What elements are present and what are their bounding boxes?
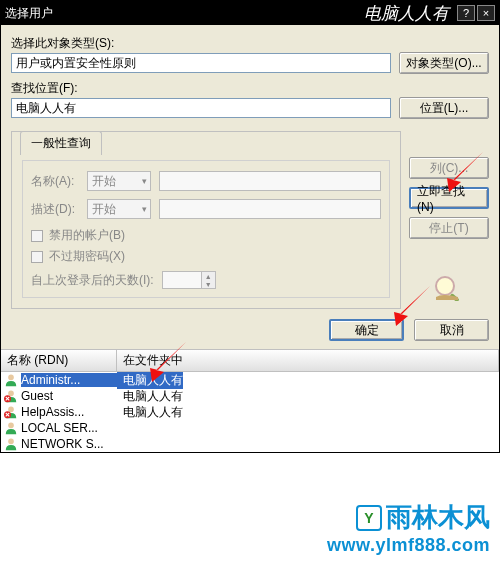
watermark-brand: 雨林木风 (386, 500, 490, 535)
column-name[interactable]: 名称 (RDN) (1, 350, 117, 371)
days-spinner-input[interactable] (162, 271, 202, 289)
checkbox-icon (31, 251, 43, 263)
tab-general-query[interactable]: 一般性查询 (20, 131, 102, 155)
user-icon (3, 373, 19, 387)
disabled-accounts-checkbox[interactable]: 禁用的帐户(B) (31, 227, 381, 244)
object-type-label: 选择此对象类型(S): (11, 35, 489, 52)
right-button-column: 列(C)... 立即查找(N) 停止(T) (409, 157, 489, 305)
svg-point-0 (436, 277, 454, 295)
cell-name: LOCAL SER... (21, 421, 117, 435)
cell-name: NETWORK S... (21, 437, 117, 451)
desc-row: 描述(D): 开始▾ (31, 199, 381, 219)
dialog-window: 选择用户 电脑人人有 ? × 选择此对象类型(S): 对象类型(O)... 查找… (0, 0, 500, 453)
table-row[interactable]: HelpAssis...电脑人人有 (1, 404, 499, 420)
user-icon (3, 437, 19, 451)
location-label: 查找位置(F): (11, 80, 489, 97)
ok-cancel-row: 确定 取消 (11, 319, 489, 341)
checkbox-icon (31, 230, 43, 242)
window-title: 选择用户 (5, 5, 53, 22)
nonexpiring-password-checkbox[interactable]: 不过期密码(X) (31, 248, 381, 265)
watermark-url: www.ylmf888.com (327, 535, 490, 556)
table-row[interactable]: LOCAL SER... (1, 420, 499, 436)
svg-point-3 (8, 391, 14, 397)
help-button[interactable]: ? (457, 5, 475, 21)
desc-operator-select[interactable]: 开始▾ (87, 199, 151, 219)
svg-point-7 (8, 423, 14, 429)
cancel-button[interactable]: 取消 (414, 319, 489, 341)
cell-folder: 电脑人人有 (117, 404, 183, 421)
user-icon (3, 421, 19, 435)
days-spinner-buttons[interactable]: ▲▼ (202, 271, 216, 289)
object-type-field[interactable] (11, 53, 391, 73)
user-icon (3, 389, 19, 403)
table-row[interactable]: Administr...电脑人人有 (1, 372, 499, 388)
name-operator-select[interactable]: 开始▾ (87, 171, 151, 191)
cell-name: Guest (21, 389, 117, 403)
cell-name: HelpAssis... (21, 405, 117, 419)
columns-button[interactable]: 列(C)... (409, 157, 489, 179)
search-icon (432, 273, 466, 305)
stop-button[interactable]: 停止(T) (409, 217, 489, 239)
object-types-button[interactable]: 对象类型(O)... (399, 52, 489, 74)
brand-text: 电脑人人有 (364, 2, 449, 25)
watermark-logo-icon: Y (356, 505, 382, 531)
column-folder[interactable]: 在文件夹中 (117, 350, 499, 371)
results-body: Administr...电脑人人有Guest电脑人人有HelpAssis...电… (1, 372, 499, 452)
svg-point-2 (8, 375, 14, 381)
cell-folder: 电脑人人有 (117, 372, 183, 389)
desc-input[interactable] (159, 199, 381, 219)
close-button[interactable]: × (477, 5, 495, 21)
cell-folder: 电脑人人有 (117, 388, 183, 405)
chevron-down-icon: ▼ (202, 280, 215, 288)
titlebar: 选择用户 电脑人人有 ? × (1, 1, 499, 25)
locations-button[interactable]: 位置(L)... (399, 97, 489, 119)
name-row: 名称(A): 开始▾ (31, 171, 381, 191)
days-since-label: 自上次登录后的天数(I): (31, 272, 154, 289)
table-row[interactable]: NETWORK S... (1, 436, 499, 452)
results-header: 名称 (RDN) 在文件夹中 (1, 350, 499, 372)
cell-name: Administr... (21, 373, 117, 387)
name-label: 名称(A): (31, 173, 87, 190)
query-group: 一般性查询 名称(A): 开始▾ 描述(D): 开始▾ 禁用的帐户(B) 不过期… (11, 131, 401, 309)
desc-label: 描述(D): (31, 201, 87, 218)
dialog-body: 选择此对象类型(S): 对象类型(O)... 查找位置(F): 位置(L)...… (1, 25, 499, 349)
name-input[interactable] (159, 171, 381, 191)
watermark: Y 雨林木风 www.ylmf888.com (327, 500, 490, 556)
find-now-button[interactable]: 立即查找(N) (409, 187, 489, 209)
svg-point-8 (8, 439, 14, 445)
user-icon (3, 405, 19, 419)
chevron-down-icon: ▾ (142, 176, 147, 186)
ok-button[interactable]: 确定 (329, 319, 404, 341)
chevron-down-icon: ▾ (142, 204, 147, 214)
days-since-row: 自上次登录后的天数(I): ▲▼ (31, 271, 381, 289)
results-list: 名称 (RDN) 在文件夹中 Administr...电脑人人有Guest电脑人… (1, 349, 499, 452)
location-field[interactable] (11, 98, 391, 118)
query-inner: 名称(A): 开始▾ 描述(D): 开始▾ 禁用的帐户(B) 不过期密码(X) … (22, 160, 390, 298)
table-row[interactable]: Guest电脑人人有 (1, 388, 499, 404)
chevron-up-icon: ▲ (202, 272, 215, 280)
svg-point-5 (8, 407, 14, 413)
